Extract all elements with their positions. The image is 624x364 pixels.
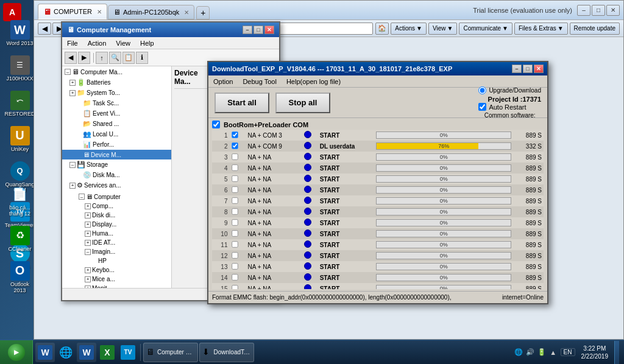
upgrade-download-radio[interactable]	[478, 86, 486, 94]
browser-home-button[interactable]: 🏠	[375, 23, 389, 35]
tree-item-comp[interactable]: + Comp...	[71, 201, 171, 211]
browser-actions-button[interactable]: Actions▼	[391, 23, 427, 35]
system-clock[interactable]: 3:22 PM 2/22/2019	[578, 345, 612, 360]
checkbox-input-6[interactable]	[232, 186, 238, 192]
tree-item-system-tools[interactable]: + 📁 System To...	[62, 88, 171, 98]
checkbox-input-2[interactable]	[232, 142, 238, 149]
dt-menu-help[interactable]: Help(open log file)	[282, 75, 346, 87]
tree-item-local-users[interactable]: 👥 Local U...	[62, 129, 171, 139]
admin-tab-close[interactable]: ✕	[184, 9, 189, 16]
toolbar-btn-4[interactable]: 🔍	[109, 52, 121, 64]
browser-files-button[interactable]: Files & Extras▼	[514, 23, 568, 35]
browser-communicate-button[interactable]: Communicate▼	[459, 23, 512, 35]
tray-icon-2[interactable]: 🔊	[525, 348, 535, 357]
desktop-icon-restored[interactable]: ⤺ RESTORED	[3, 89, 37, 119]
taskbar-word[interactable]: W	[35, 343, 55, 362]
tray-icon-1[interactable]: 🌐	[514, 348, 523, 357]
comp-mgmt-minimize[interactable]: –	[243, 26, 252, 34]
close-browser-button[interactable]: ✕	[606, 5, 620, 16]
tree-item-imaging[interactable]: – Imagin...	[71, 247, 171, 256]
checkbox-input-12[interactable]	[232, 252, 238, 258]
new-tab-button[interactable]: +	[196, 6, 210, 19]
start-all-button[interactable]: Start all	[214, 93, 269, 113]
checkbox-input-5[interactable]	[232, 175, 238, 181]
checkbox-input-4[interactable]	[232, 164, 238, 170]
checkbox-input-15[interactable]	[232, 285, 238, 289]
comp-mgmt-menu-view[interactable]: View	[111, 37, 135, 49]
taskbar-download-tool[interactable]: ⬇ DownloadTool...	[199, 343, 254, 362]
tree-item-keyboards[interactable]: + Keybo...	[71, 265, 171, 275]
language-indicator[interactable]: EN	[561, 348, 575, 356]
tray-icon-arrow[interactable]: ▲	[548, 348, 558, 357]
tree-item-monitors[interactable]: + Monit...	[71, 284, 171, 288]
checkbox-input-9[interactable]	[232, 219, 238, 225]
comp-mgmt-close[interactable]: ✕	[264, 26, 274, 34]
taskbar-excel[interactable]: X	[98, 343, 117, 362]
comp-mgmt-maximize[interactable]: □	[254, 26, 263, 34]
comp-mgmt-menu-file[interactable]: File	[62, 37, 83, 49]
dt-menu-debug[interactable]: Debug Tool	[238, 75, 281, 87]
tree-item-services[interactable]: + ⚙ Services an...	[62, 180, 171, 191]
tree-item-mice[interactable]: + Mice a...	[71, 275, 171, 284]
tree-item-disk-drives[interactable]: + Disk di...	[71, 211, 171, 220]
taskbar-word2[interactable]: W	[77, 343, 96, 362]
start-button[interactable]: ▶	[0, 340, 33, 365]
toolbar-btn-2[interactable]: ▶	[78, 52, 90, 64]
dt-minimize-button[interactable]: –	[512, 65, 522, 73]
toolbar-btn-3[interactable]: ↑	[96, 52, 108, 64]
browser-tab-admin[interactable]: 🖥 Admin-PC1205bqk ✕	[108, 5, 194, 19]
tree-item-task-scheduler[interactable]: 📁 Task Sc...	[62, 98, 171, 108]
taskbar-teamviewer[interactable]: TV	[118, 343, 138, 362]
computer-tab-close[interactable]: ✕	[97, 9, 102, 15]
show-desktop-button[interactable]	[614, 341, 619, 364]
tree-item-storage[interactable]: – 💾 Storage	[62, 159, 171, 170]
tree-item-hid[interactable]: + Huma...	[71, 229, 171, 238]
checkbox-input-8[interactable]	[232, 208, 238, 214]
tree-item-event-viewer[interactable]: 📋 Event Vi...	[62, 108, 171, 119]
browser-back-button[interactable]: ◀	[38, 23, 51, 35]
browser-view-button[interactable]: View▼	[428, 23, 457, 35]
desktop-icon-unikey[interactable]: U UniKey	[3, 124, 37, 155]
checkbox-input-11[interactable]	[232, 241, 238, 247]
desktop-icon-ccleaner[interactable]: ♻ CCleaner	[3, 224, 37, 254]
dt-close-button[interactable]: ✕	[534, 65, 544, 73]
desktop-icon-outlook[interactable]: O Outlook 2013	[3, 259, 37, 296]
tree-item-computer[interactable]: – 🖥 Computer	[71, 192, 171, 201]
tree-item-disk-mgmt[interactable]: 💿 Disk Ma...	[62, 170, 171, 180]
desktop-icon-bao-cao[interactable]: 📄 báo cá...tháng 12	[3, 183, 37, 219]
checkbox-input-14[interactable]	[232, 274, 238, 280]
auto-restart-checkbox[interactable]	[478, 103, 486, 111]
boot-preloader-checkbox[interactable]	[212, 121, 220, 128]
tray-icon-3[interactable]: 🔋	[537, 348, 547, 357]
tree-item-shared-folders[interactable]: 📂 Shared ...	[62, 119, 171, 129]
checkbox-input-13[interactable]	[232, 263, 238, 269]
taskbar-ie[interactable]: 🌐	[56, 343, 76, 362]
toolbar-btn-1[interactable]: ◀	[65, 52, 77, 64]
dt-menu-option[interactable]: Option	[208, 75, 238, 87]
comp-mgmt-menu-action[interactable]: Action	[83, 37, 112, 49]
comp-mgmt-menu-help[interactable]: Help	[135, 37, 159, 49]
toolbar-btn-5[interactable]: 📋	[122, 52, 135, 64]
toolbar-btn-6[interactable]: ℹ	[136, 52, 148, 64]
tree-item-computer-mgmt[interactable]: – 🖥 Computer Ma...	[62, 66, 171, 77]
checkbox-input-7[interactable]	[232, 197, 238, 203]
desktop-icon-j100[interactable]: ☰ J100HXXX	[3, 54, 37, 84]
dt-maximize-button[interactable]: □	[523, 65, 533, 73]
tree-item-performance[interactable]: 📊 Perfor...	[62, 139, 171, 150]
checkbox-input-1[interactable]	[232, 131, 238, 138]
checkbox-input-3[interactable]	[232, 153, 238, 159]
minimize-button[interactable]: –	[577, 5, 590, 16]
maximize-button[interactable]: □	[592, 5, 605, 16]
tree-item-batteries[interactable]: + 🔋 Batteries	[62, 77, 171, 88]
tree-item-hp[interactable]: HP	[71, 256, 171, 265]
desktop-icon-word2013[interactable]: W Word 2013	[3, 18, 37, 49]
stop-all-button[interactable]: Stop all	[275, 93, 330, 113]
browser-remote-button[interactable]: Remote update	[570, 23, 620, 35]
tree-item-display[interactable]: + Display...	[71, 220, 171, 229]
tree-item-ide[interactable]: + IDE AT...	[71, 238, 171, 247]
row-checkbox-14	[229, 272, 246, 283]
checkbox-input-10[interactable]	[232, 230, 238, 236]
taskbar-comp-mgmt[interactable]: 🖥 Computer Man...	[143, 343, 198, 362]
tree-item-device-manager[interactable]: 🖥 Device M...	[62, 150, 171, 159]
browser-tab-computer[interactable]: 🖥 COMPUTER ✕	[38, 4, 107, 19]
